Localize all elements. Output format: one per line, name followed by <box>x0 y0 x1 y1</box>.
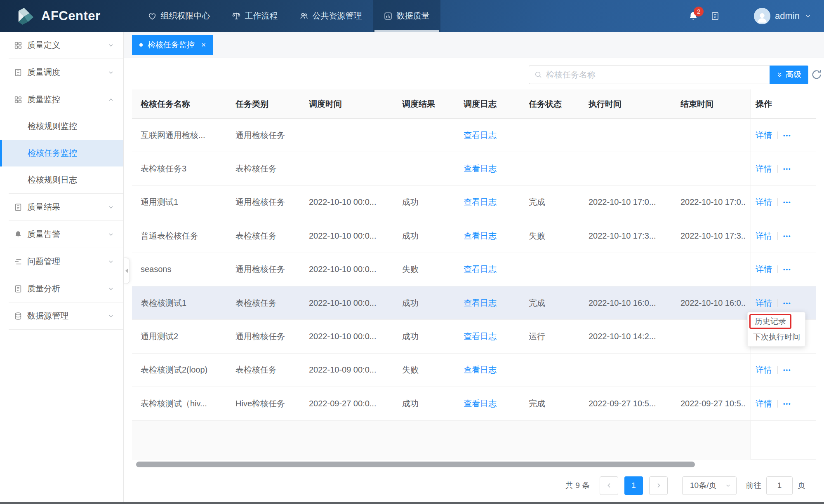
view-log-link[interactable]: 查看日志 <box>464 186 529 219</box>
page-number-button[interactable]: 1 <box>624 476 643 495</box>
nav-item-data-quality[interactable]: 数据质量 <box>373 0 440 32</box>
user-menu[interactable]: admin <box>754 8 812 24</box>
sidebar-item-label: 质量定义 <box>27 40 60 51</box>
view-log-link[interactable]: 查看日志 <box>464 253 529 286</box>
menu-item-history[interactable]: 历史记录 <box>748 314 805 329</box>
tab-label: 检核任务监控 <box>148 40 195 50</box>
horizontal-scrollbar-thumb[interactable] <box>136 462 695 467</box>
sidebar-item-datasource-management[interactable]: 数据源管理 <box>0 302 123 329</box>
detail-link[interactable]: 详情 <box>756 398 772 409</box>
chevron-down-icon <box>108 258 114 265</box>
search-input[interactable] <box>546 70 765 80</box>
sidebar-item-issue-management[interactable]: 问题管理 <box>0 248 123 275</box>
chevron-down-icon <box>108 231 114 238</box>
cell-end-time: 2022-10-10 17:0.. <box>680 186 751 219</box>
view-log-link[interactable]: 查看日志 <box>464 320 529 353</box>
column-header: 调度日志 <box>464 89 529 118</box>
more-actions-icon[interactable]: ••• <box>783 199 791 205</box>
nav-item-public-resources[interactable]: 公共资源管理 <box>289 0 373 32</box>
list-icon <box>14 257 23 266</box>
view-log-link[interactable]: 查看日志 <box>464 219 529 252</box>
table-row: 普通表检核任务 表检核任务 2022-10-10 00:0... 成功 查看日志… <box>132 219 816 253</box>
more-actions-icon[interactable]: ••• <box>783 166 791 172</box>
more-actions-icon[interactable]: ••• <box>783 367 791 373</box>
cell-task-status: 完成 <box>529 286 589 319</box>
sidebar-item-quality-monitoring[interactable]: 质量监控 <box>0 86 123 113</box>
prev-page-button[interactable] <box>600 476 618 495</box>
nav-item-label: 工作流程 <box>245 10 278 21</box>
detail-link[interactable]: 详情 <box>756 364 772 375</box>
detail-link[interactable]: 详情 <box>756 230 772 241</box>
view-log-link[interactable]: 查看日志 <box>464 387 529 420</box>
sidebar-item-quality-scheduling[interactable]: 质量调度 <box>0 59 123 86</box>
more-actions-icon[interactable]: ••• <box>783 266 791 272</box>
sidebar-item-label: 问题管理 <box>27 256 60 267</box>
column-header: 检核任务名称 <box>141 89 235 118</box>
table-row: 表检核测试1 表检核任务 2022-10-10 00:0... 成功 查看日志 … <box>132 286 816 320</box>
document-icon <box>14 203 23 212</box>
cell-task-name: 通用测试2 <box>141 320 235 353</box>
detail-link[interactable]: 详情 <box>756 197 772 208</box>
sidebar-subitem-label: 检核任务监控 <box>28 148 77 159</box>
divider <box>777 366 778 374</box>
detail-link[interactable]: 详情 <box>756 264 772 275</box>
cell-task-status <box>529 354 589 387</box>
cell-task-name: 互联网通用检核... <box>141 119 235 152</box>
sidebar-item-quality-results[interactable]: 质量结果 <box>0 194 123 220</box>
top-navbar: AFCenter 组织权限中心 工作流程 公共资源管理 数据质量 <box>0 0 824 32</box>
cell-task-status: 失败 <box>529 219 589 252</box>
more-actions-icon[interactable]: ••• <box>783 300 791 306</box>
cell-task-status: 运行 <box>529 320 589 353</box>
cell-end-time: 2022-10-10 16:0.. <box>680 286 751 319</box>
heart-icon <box>148 12 157 21</box>
view-log-link[interactable]: 查看日志 <box>464 354 529 387</box>
next-page-button[interactable] <box>649 476 668 495</box>
detail-link[interactable]: 详情 <box>756 298 772 309</box>
cell-end-time <box>680 354 751 387</box>
main-content: 检核任务监控 × 高级 检核任务名称 <box>124 32 824 504</box>
refresh-icon[interactable] <box>811 69 822 80</box>
more-actions-icon[interactable]: ••• <box>783 233 791 239</box>
nav-item-workflow[interactable]: 工作流程 <box>221 0 289 32</box>
divider <box>777 131 778 139</box>
notifications-button[interactable]: 2 <box>688 11 699 21</box>
sidebar-collapse-handle[interactable] <box>124 258 130 284</box>
detail-link[interactable]: 详情 <box>756 130 772 141</box>
close-icon[interactable]: × <box>201 40 206 49</box>
sidebar-item-rule-log[interactable]: 检核规则日志 <box>0 166 123 193</box>
view-log-link[interactable]: 查看日志 <box>464 286 529 319</box>
sidebar-item-rule-monitoring[interactable]: 检核规则监控 <box>0 113 123 140</box>
more-actions-icon[interactable]: ••• <box>783 132 791 138</box>
divider <box>777 198 778 206</box>
cell-start-time <box>589 354 680 387</box>
goto-page-input[interactable] <box>766 476 793 495</box>
view-log-link[interactable]: 查看日志 <box>464 152 529 185</box>
sidebar-item-quality-analysis[interactable]: 质量分析 <box>0 275 123 302</box>
cell-task-type: 表检核任务 <box>235 219 309 252</box>
nav-item-org-permissions[interactable]: 组织权限中心 <box>137 0 221 32</box>
search-box <box>529 66 770 84</box>
cell-start-time: 2022-10-10 14:2... <box>589 320 680 353</box>
grid-icon <box>14 95 23 104</box>
menu-item-next-execution[interactable]: 下次执行时间 <box>748 329 805 342</box>
cell-schedule-time: 2022-10-10 00:0... <box>309 219 402 252</box>
page-size-select[interactable]: 10条/页 <box>682 476 737 495</box>
primary-nav: 组织权限中心 工作流程 公共资源管理 数据质量 <box>137 0 440 32</box>
cell-actions: 详情 ••• <box>751 354 816 387</box>
cell-start-time <box>589 152 680 185</box>
view-log-link[interactable]: 查看日志 <box>464 119 529 152</box>
audit-log-icon[interactable] <box>710 11 720 21</box>
sidebar-item-quality-definition[interactable]: 质量定义 <box>0 32 123 59</box>
detail-link[interactable]: 详情 <box>756 163 772 174</box>
sidebar-item-quality-alerts[interactable]: 质量告警 <box>0 221 123 248</box>
avatar <box>754 8 770 24</box>
more-actions-icon[interactable]: ••• <box>783 401 791 407</box>
cell-start-time: 2022-10-10 17:0... <box>589 186 680 219</box>
table-row: seasons 通用检核任务 2022-10-10 00:0... 失败 查看日… <box>132 253 816 286</box>
sidebar-item-task-monitoring[interactable]: 检核任务监控 <box>0 140 123 166</box>
cell-actions: 详情 ••• <box>751 253 816 286</box>
tab-task-monitoring[interactable]: 检核任务监控 × <box>132 35 213 55</box>
cell-schedule-result: 失败 <box>402 253 464 286</box>
brand: AFCenter <box>16 7 101 25</box>
advanced-search-button[interactable]: 高级 <box>770 66 808 84</box>
